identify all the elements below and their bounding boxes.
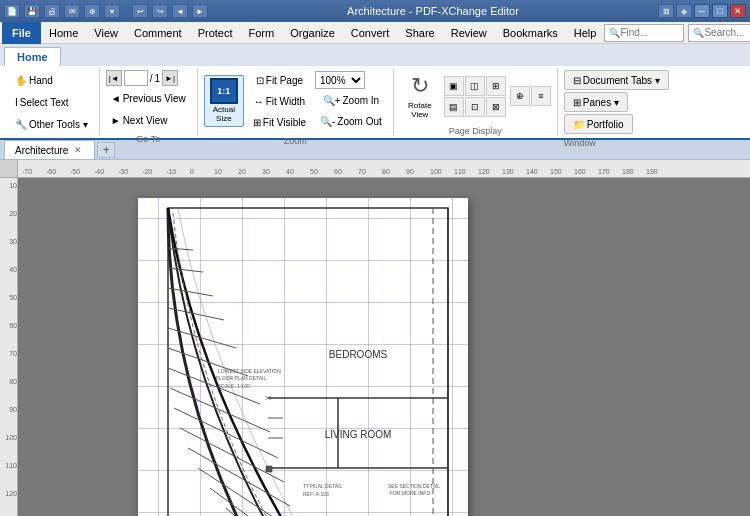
minimize-button[interactable]: ─ <box>694 4 710 18</box>
tools-items: ✋ Hand I Select Text 🔧 Other Tools ▾ <box>10 68 93 136</box>
fit-visible-button[interactable]: ⊞ Fit Visible <box>248 112 311 132</box>
zoom-out-icon: 🔍- <box>320 116 335 127</box>
panes-button[interactable]: ⊞ Panes ▾ <box>564 92 628 112</box>
undo-icon[interactable]: ↩ <box>132 4 148 18</box>
actual-size-button[interactable]: 1:1 Actual Size <box>204 75 244 127</box>
next-view-button[interactable]: ► Next View <box>106 110 173 130</box>
menu-bar: File Home View Comment Protect Form Orga… <box>0 22 750 44</box>
quick-access-icon2[interactable]: ✉ <box>64 4 80 18</box>
menu-convert[interactable]: Convert <box>343 22 398 44</box>
previous-view-button[interactable]: ◄ Previous View <box>106 88 191 108</box>
svg-text:REF: A-103: REF: A-103 <box>303 491 329 497</box>
menu-share[interactable]: Share <box>397 22 442 44</box>
view-mode-4[interactable]: ▤ <box>444 97 464 117</box>
canvas-area[interactable]: BEDROOMS LIVING ROOM BASEMENT LOWEST SID… <box>18 178 750 516</box>
zoom-in-button[interactable]: 🔍+ Zoom In <box>315 90 387 110</box>
v-ruler-tick: 110 <box>5 462 17 469</box>
svg-text:SEE SECTION DETAIL: SEE SECTION DETAIL <box>388 483 440 489</box>
view-mode-5[interactable]: ⊡ <box>465 97 485 117</box>
h-ruler-tick: 70 <box>358 168 366 175</box>
cursor-icon: I <box>15 97 18 108</box>
page-sep: / <box>150 73 153 84</box>
find-input[interactable] <box>620 27 675 38</box>
svg-rect-35 <box>266 466 272 472</box>
tab-home[interactable]: Home <box>4 47 61 67</box>
menu-comment[interactable]: Comment <box>126 22 190 44</box>
view-mode-6[interactable]: ⊠ <box>486 97 506 117</box>
window-title: Architecture - PDF-XChange Editor <box>208 5 658 17</box>
last-page-button[interactable]: ►| <box>162 70 178 86</box>
quick-access-dropdown[interactable]: ▾ <box>104 4 120 18</box>
zoom-out-button[interactable]: 🔍- Zoom Out <box>315 111 387 131</box>
doc-tab-bar: Architecture ✕ + <box>0 140 750 160</box>
page-display-label: Page Display <box>449 124 502 136</box>
menu-bookmarks[interactable]: Bookmarks <box>495 22 566 44</box>
rotate-icon: ↻ <box>411 73 429 99</box>
view-mode-grid: ▣ ◫ ⊞ ▤ ⊡ ⊠ <box>444 76 506 117</box>
quick-access-scan[interactable]: ⊕ <box>84 4 100 18</box>
fit-width-icon: ↔ <box>254 96 264 107</box>
menu-review[interactable]: Review <box>443 22 495 44</box>
fit-page-icon: ⊡ <box>256 75 264 86</box>
doc-tab-name: Architecture <box>15 145 68 156</box>
view-mode-2[interactable]: ◫ <box>465 76 485 96</box>
menu-help[interactable]: Help <box>566 22 605 44</box>
menu-protect[interactable]: Protect <box>190 22 241 44</box>
find-box[interactable]: 🔍 <box>604 24 684 42</box>
title-extra2[interactable]: ◈ <box>676 4 692 18</box>
ruler-corner <box>0 160 18 178</box>
new-tab-button[interactable]: + <box>97 142 115 158</box>
portfolio-button[interactable]: 📁 Portfolio <box>564 114 633 134</box>
menu-file[interactable]: File <box>2 22 41 44</box>
first-page-button[interactable]: |◄ <box>106 70 122 86</box>
h-ruler-tick: 10 <box>214 168 222 175</box>
menu-organize[interactable]: Organize <box>282 22 343 44</box>
redo-icon[interactable]: ↪ <box>152 4 168 18</box>
h-ruler-tick: 100 <box>430 168 442 175</box>
h-ruler-tick: 130 <box>502 168 514 175</box>
select-text-button[interactable]: I Select Text <box>10 92 74 112</box>
v-ruler-tick: 30 <box>9 238 17 245</box>
h-ruler-tick: -50 <box>70 168 80 175</box>
viewport: -70-60-50-40-30-20-100102030405060708090… <box>18 160 750 516</box>
zoom-select[interactable]: 100% 75% 50% 125% 150% 200% <box>315 71 365 89</box>
rotate-view-button[interactable]: ↻ Rotate View <box>400 70 440 122</box>
fit-width-button[interactable]: ↔ Fit Width <box>248 91 311 111</box>
title-extra1[interactable]: ⊠ <box>658 4 674 18</box>
h-ruler-tick: 40 <box>286 168 294 175</box>
search-box[interactable]: 🔍 <box>688 24 750 42</box>
doc-tab-architecture[interactable]: Architecture ✕ <box>4 140 95 159</box>
nav-back-icon[interactable]: ◄ <box>172 4 188 18</box>
menu-view[interactable]: View <box>86 22 126 44</box>
view-mode-3[interactable]: ⊞ <box>486 76 506 96</box>
h-ruler-tick: 90 <box>406 168 414 175</box>
other-tools-button[interactable]: 🔧 Other Tools ▾ <box>10 114 93 134</box>
fit-page-button[interactable]: ⊡ Fit Page <box>248 70 311 90</box>
search-input[interactable] <box>704 27 750 38</box>
display-tool-2[interactable]: ≡ <box>531 86 551 106</box>
h-ruler-tick: 170 <box>598 168 610 175</box>
window-controls: ⊠ ◈ ─ □ ✕ <box>658 4 746 18</box>
menu-home[interactable]: Home <box>41 22 86 44</box>
h-ruler-tick: -40 <box>94 168 104 175</box>
tools-icon: 🔧 <box>15 119 27 130</box>
quick-access-icon[interactable]: 🖨 <box>44 4 60 18</box>
svg-text:FLOOR PLAN DETAIL: FLOOR PLAN DETAIL <box>216 375 266 381</box>
view-mode-1[interactable]: ▣ <box>444 76 464 96</box>
display-tool-1[interactable]: ⊕ <box>510 86 530 106</box>
ribbon: Home ✋ Hand I Select Text 🔧 Other Tools … <box>0 44 750 140</box>
quick-access-save[interactable]: 💾 <box>24 4 40 18</box>
document-tabs-button[interactable]: ⊟ Document Tabs ▾ <box>564 70 669 90</box>
nav-fwd-icon[interactable]: ► <box>192 4 208 18</box>
doc-tab-close-button[interactable]: ✕ <box>72 144 84 156</box>
page-number-input[interactable]: 1 <box>124 70 148 86</box>
maximize-button[interactable]: □ <box>712 4 728 18</box>
page-display-items: ↻ Rotate View ▣ ◫ ⊞ ▤ ⊡ ⊠ ⊕ ≡ <box>400 68 551 124</box>
page-display-tools: ⊕ ≡ <box>510 86 551 106</box>
v-ruler-tick: 10 <box>9 182 17 189</box>
svg-text:SCALE: 1:100: SCALE: 1:100 <box>218 383 250 389</box>
hand-tool-button[interactable]: ✋ Hand <box>10 70 58 90</box>
menu-form[interactable]: Form <box>241 22 283 44</box>
close-button[interactable]: ✕ <box>730 4 746 18</box>
next-view-icon: ► <box>111 115 121 126</box>
